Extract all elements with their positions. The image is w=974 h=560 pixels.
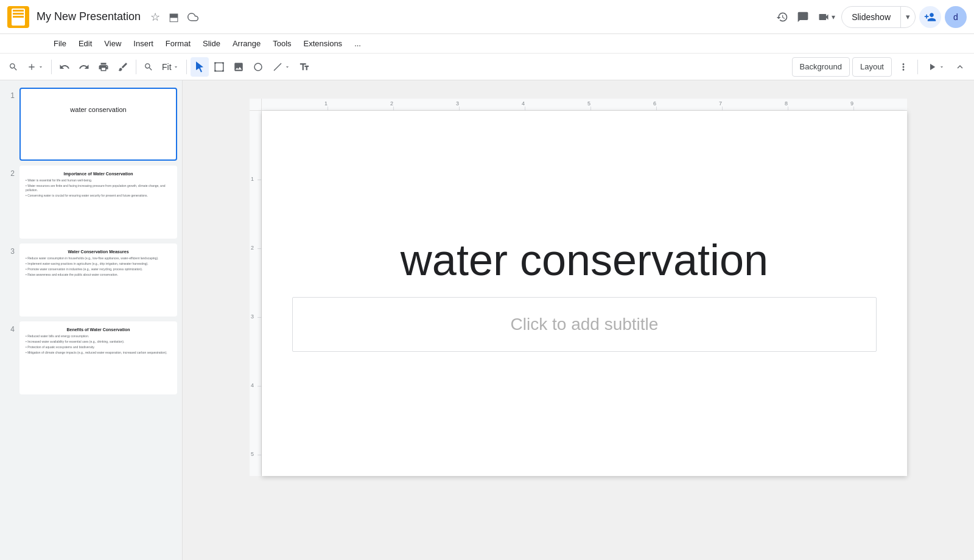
layout-btn[interactable]: Layout <box>852 57 892 77</box>
toolbar: Fit Background Layout <box>0 54 974 80</box>
zoom-level-btn[interactable]: Fit <box>158 57 183 77</box>
background-btn[interactable]: Background <box>792 57 850 77</box>
ruler-v-mark: 5 <box>251 451 254 457</box>
slide-main-title[interactable]: water conservation <box>401 235 768 285</box>
shapes-btn[interactable] <box>249 57 267 77</box>
menu-slide[interactable]: Slide <box>198 38 225 49</box>
slide-item-2[interactable]: 2 Importance of Water Conservation • Wat… <box>0 163 182 241</box>
cloud-save-icon[interactable] <box>185 9 201 25</box>
ruler-h-mark: 5 <box>587 100 590 107</box>
ruler-h-mark: 9 <box>850 100 853 107</box>
add-user-button[interactable] <box>919 6 941 28</box>
line-btn[interactable] <box>268 57 294 77</box>
collapse-toolbar-btn[interactable] <box>951 57 969 77</box>
slideshow-main-btn[interactable]: Slideshow <box>842 7 901 27</box>
menu-view[interactable]: View <box>99 38 126 49</box>
svg-point-5 <box>254 63 262 71</box>
ruler-v-mark: 1 <box>251 176 254 182</box>
ruler-h-mark: 1 <box>324 100 328 107</box>
print-btn[interactable] <box>94 57 113 77</box>
ruler-h-mark: 4 <box>522 100 525 107</box>
thumb-content: • Water is essential for life and human … <box>26 178 171 198</box>
top-right-icons: ▾ Slideshow ▾ d <box>774 6 967 28</box>
main-area: 1water conservation2 Importance of Water… <box>0 80 974 560</box>
slide-subtitle-box[interactable]: Click to add subtitle <box>292 297 877 352</box>
ruler-h-mark: 7 <box>719 100 722 107</box>
menu-format[interactable]: Format <box>161 38 195 49</box>
ruler-v-mark: 4 <box>251 382 254 388</box>
menu-more[interactable]: ... <box>349 38 366 49</box>
slide-number: 4 <box>5 321 15 334</box>
ruler-corner <box>250 99 262 111</box>
textbox-btn[interactable] <box>295 57 314 77</box>
title-icons: ☆ ⬒ <box>148 8 201 26</box>
slide-canvas: water conservation Click to add subtitle <box>262 111 907 476</box>
menu-file[interactable]: File <box>49 38 71 49</box>
zoom-label: Fit <box>162 62 172 72</box>
menu-bar: File Edit View Insert Format Slide Arran… <box>0 34 974 54</box>
doc-title: My New Presentation <box>37 10 141 23</box>
slide-item-4[interactable]: 4 Benefits of Water Conservation • Reduc… <box>0 319 182 397</box>
more-options-btn[interactable] <box>894 57 913 77</box>
slide-number: 1 <box>5 88 15 100</box>
subtitle-placeholder: Click to add subtitle <box>511 315 659 334</box>
zoom-btn[interactable] <box>140 57 157 77</box>
slide-thumbnail-4: Benefits of Water Conservation • Reduced… <box>19 321 177 394</box>
menu-extensions[interactable]: Extensions <box>299 38 348 49</box>
toolbar-right: Background Layout <box>792 57 969 77</box>
user-avatar[interactable]: d <box>945 6 967 28</box>
add-btn[interactable] <box>23 57 47 77</box>
ruler-h-mark: 2 <box>390 100 393 107</box>
ruler-horizontal: 123456789 <box>262 99 907 111</box>
slide-thumbnail-2: Importance of Water Conservation • Water… <box>19 166 177 239</box>
app-logo <box>7 6 29 28</box>
canvas-area: 123456789 12345 water conservation Click… <box>183 80 974 560</box>
move-to-folder-icon[interactable]: ⬒ <box>166 8 181 26</box>
slide-thumbnail-1: water conservation <box>19 88 177 161</box>
ruler-vertical: 12345 <box>250 111 262 476</box>
image-btn[interactable] <box>229 57 248 77</box>
comments-icon[interactable] <box>794 9 811 26</box>
search-toolbar-btn[interactable] <box>5 57 22 77</box>
thumb-heading: Importance of Water Conservation <box>26 172 171 176</box>
menu-insert[interactable]: Insert <box>128 38 158 49</box>
ruler-v-mark: 3 <box>251 313 254 320</box>
svg-rect-3 <box>214 70 215 71</box>
svg-rect-0 <box>215 63 223 71</box>
svg-rect-2 <box>222 62 223 63</box>
svg-rect-4 <box>222 70 223 71</box>
format-paint-btn[interactable] <box>114 57 132 77</box>
svg-line-6 <box>274 63 281 71</box>
menu-arrange[interactable]: Arrange <box>228 38 265 49</box>
slideshow-button[interactable]: Slideshow ▾ <box>841 6 916 28</box>
thumb-content: • Reduce water consumption in households… <box>26 256 171 277</box>
thumb-heading: Water Conservation Measures <box>26 250 171 254</box>
history-icon[interactable] <box>774 9 791 26</box>
slide-number: 3 <box>5 243 15 256</box>
toolbar-separator-1 <box>51 60 52 74</box>
thumb-heading: Benefits of Water Conservation <box>26 327 171 332</box>
cursor-tool-btn[interactable] <box>191 57 209 77</box>
redo-btn[interactable] <box>75 57 93 77</box>
slideshow-dropdown-btn[interactable]: ▾ <box>901 7 915 27</box>
slide-item-3[interactable]: 3 Water Conservation Measures • Reduce w… <box>0 241 182 319</box>
star-icon[interactable]: ☆ <box>148 8 163 26</box>
menu-tools[interactable]: Tools <box>268 38 296 49</box>
thumb-title: water conservation <box>26 106 171 113</box>
toolbar-separator-2 <box>136 60 136 74</box>
undo-btn[interactable] <box>55 57 74 77</box>
ruler-h-mark: 3 <box>456 100 459 107</box>
menu-edit[interactable]: Edit <box>74 38 97 49</box>
meet-icon[interactable]: ▾ <box>815 9 838 26</box>
slide-item-1[interactable]: 1water conservation <box>0 85 182 163</box>
present-btn[interactable] <box>923 57 948 77</box>
slide-panel: 1water conservation2 Importance of Water… <box>0 80 183 560</box>
toolbar-separator-3 <box>186 60 187 74</box>
svg-rect-1 <box>214 62 215 63</box>
ruler-v-mark: 2 <box>251 245 254 251</box>
toolbar-separator-right <box>917 60 918 74</box>
slide-number: 2 <box>5 166 15 178</box>
ruler-h-mark: 6 <box>653 100 656 107</box>
slide-thumbnail-3: Water Conservation Measures • Reduce wat… <box>19 243 177 317</box>
select-resize-btn[interactable] <box>210 57 228 77</box>
